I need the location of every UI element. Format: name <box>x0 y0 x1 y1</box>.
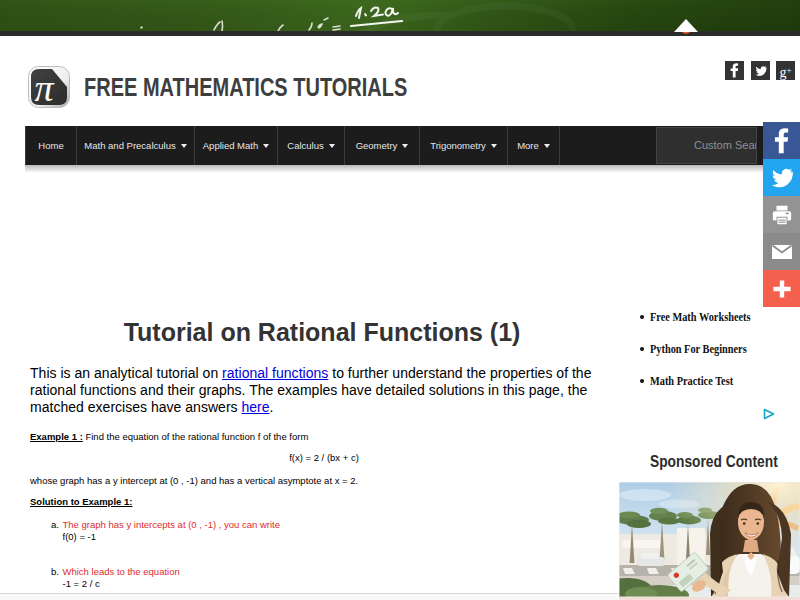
svg-text:π: π <box>35 67 55 109</box>
